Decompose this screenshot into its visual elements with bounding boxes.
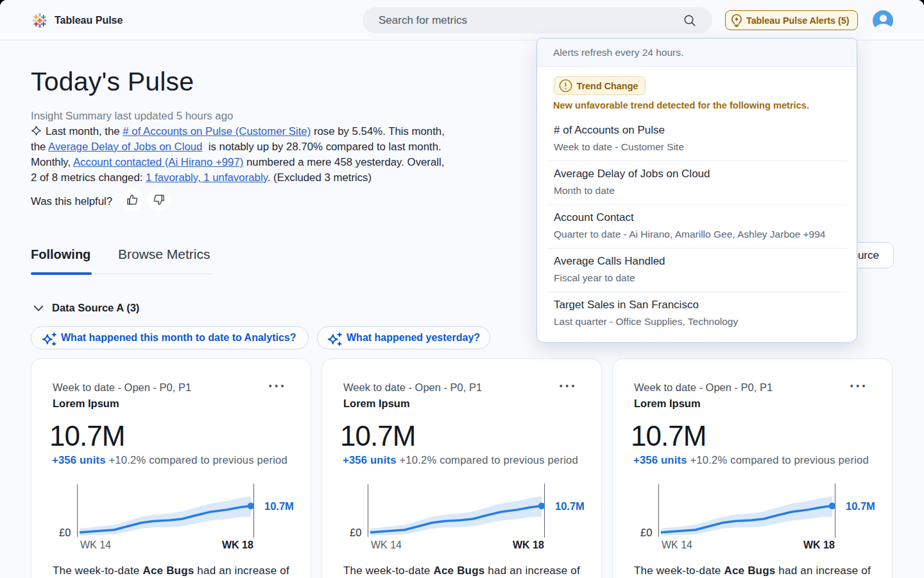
- svg-text:£0: £0: [350, 527, 361, 538]
- svg-text:£0: £0: [640, 527, 652, 538]
- svg-text:10.7M: 10.7M: [555, 500, 585, 512]
- svg-text:10.7M: 10.7M: [264, 500, 294, 512]
- svg-text:£0: £0: [59, 527, 71, 538]
- svg-text:WK 14: WK 14: [80, 539, 111, 550]
- svg-text:WK 18: WK 18: [803, 539, 835, 550]
- svg-text:10.7M: 10.7M: [846, 500, 875, 512]
- svg-text:WK 18: WK 18: [222, 539, 253, 550]
- svg-text:WK 14: WK 14: [371, 539, 402, 550]
- svg-text:WK 14: WK 14: [662, 539, 692, 550]
- svg-text:WK 18: WK 18: [513, 539, 544, 550]
